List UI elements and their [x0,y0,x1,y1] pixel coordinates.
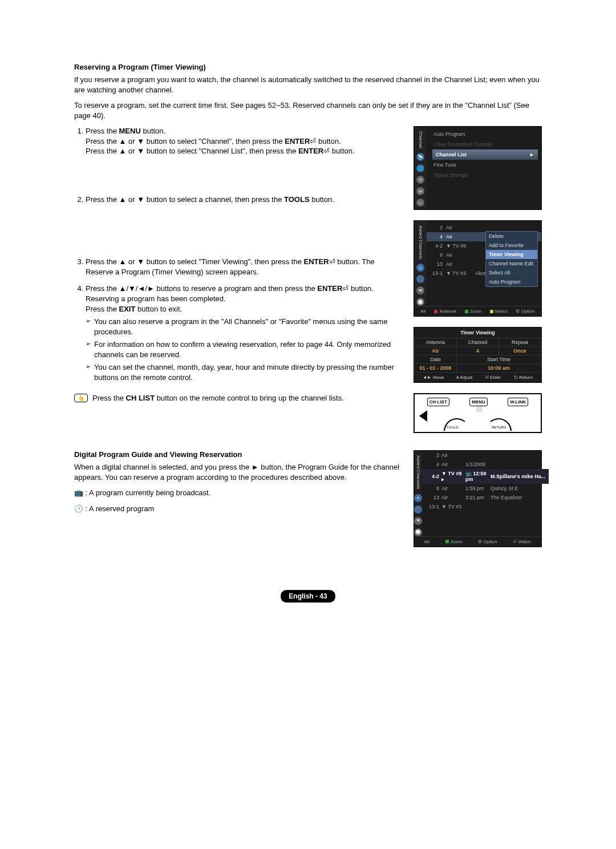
sec2-intro: When a digital channel is selected, and … [74,462,402,482]
osd2-footer: Air Antenna Zoom Select ⚙ Option [414,306,541,316]
gear-icon: ⚙ [416,176,424,184]
programmed-icon[interactable]: 🕒 [414,528,422,536]
remote-return-arc: RETURN [489,416,512,432]
globe-icon: 🌐 [416,164,424,172]
program-guide-panel: Added Channels A ➕ ❤ 🕒 2Air 4Air1/1/2008… [414,450,542,547]
svg-text:TOOLS: TOOLS [447,426,458,429]
remote-tools-arc: TOOLS [443,416,466,432]
guide-row[interactable]: 13-1▼ TV #3 [422,502,549,511]
pointer-icon [419,410,427,422]
favorite-icon[interactable]: ❤ [414,517,422,525]
guide-row[interactable]: 8Air1:59 pmQuincy, M.E [422,484,549,493]
sidebar-label-added2: Added Channels [416,454,421,490]
context-menu: Delete Add to Favorite Timer Viewing Cha… [485,231,538,287]
legend-broadcasting: 📺 : A program currently being broadcast. [74,488,402,498]
note2: For information on how to confirm a view… [94,339,402,359]
note3: You can set the channel, month, day, yea… [94,362,402,382]
guide-row[interactable]: 13Air3:21 pmThe Equalizer [422,493,549,502]
page-number: English - 43 [281,590,335,603]
section1-title: Reserving a Program (Timer Viewing) [74,63,542,71]
remote-wlink-button[interactable]: W.LINK [508,398,528,406]
ctx-select-all[interactable]: Select All [486,268,537,277]
tv-start-time[interactable]: 10:09 am [457,364,541,373]
antenna-icon: 📡 [416,153,424,161]
tv-date[interactable]: 01 - 01 - 2008 [415,364,457,373]
intro2: To reserve a program, set the current ti… [74,100,542,120]
added-icon[interactable]: ➕ [414,506,422,514]
guide-row-selected[interactable]: 4-2▼ TV #8 ▸📺 12:59 pmM.Spillane's mike … [422,469,549,484]
tv-repeat[interactable]: Once [499,347,541,355]
remote-control: CH LIST MENU ⬜ W.LINK TOOLS RETURN [414,393,542,433]
legend-reserved: 🕒 : A reserved program [74,504,402,514]
menu-channel-list[interactable]: Channel List► [432,149,538,160]
tv-antenna[interactable]: Air [415,347,457,355]
section2-title: Digital Program Guide and Viewing Reserv… [74,450,402,459]
step2: Press the ▲ or ▼ button to select a chan… [86,195,402,250]
all-icon[interactable]: A [414,494,422,502]
app-icon: ▭ [416,199,424,207]
menu-fine-tune[interactable]: Fine Tune [432,160,538,170]
channel-list-panel: Added Channels A ➕ ❤ 🕒 2Air 4Air 4-2▼ TV… [414,220,542,317]
tip: Press the CH LIST button on the remote c… [92,394,344,402]
ctx-channel-name-edit[interactable]: Channel Name Edit [486,259,537,268]
arrow-right-icon: ► [529,152,534,157]
ctx-auto-program[interactable]: Auto Program [486,277,537,286]
menu-signal-strength: Signal Strength [432,170,538,180]
timer-viewing-panel: Timer Viewing AntennaChannelRepeat Air4O… [414,327,542,383]
menu-clear-scrambled: Clear Scrambled Channel [432,139,538,149]
input-icon: ⇄ [416,187,424,195]
step4: Press the ▲/▼/◄/► buttons to reserve a p… [86,284,402,382]
menu-auto-program[interactable]: Auto Program [432,129,538,139]
step3: Press the ▲ or ▼ button to select "Timer… [86,257,402,277]
intro1: If you reserve a program you want to wat… [74,75,542,95]
note1: You can also reserve a program in the "A… [94,317,402,337]
step1: Press the MENU button. Press the ▲ or ▼ … [86,126,402,188]
added-icon[interactable]: ➕ [416,275,424,283]
tv-channel[interactable]: 4 [457,347,499,355]
favorite-icon[interactable]: ❤ [416,286,424,294]
osd3-footer: Air Zoom ⚙ Option ⏎ Watch [414,536,541,547]
svg-text:RETURN: RETURN [492,426,506,429]
sidebar-label-channel: Channel [418,130,423,149]
remote-menu-button[interactable]: MENU [469,398,488,406]
ctx-delete[interactable]: Delete [486,232,537,241]
all-icon[interactable]: A [416,264,424,272]
ctx-add-favorite[interactable]: Add to Favorite [486,241,537,250]
ctx-timer-viewing[interactable]: Timer Viewing [486,250,537,259]
tip-icon: 👆 [74,394,88,402]
timer-viewing-title: Timer Viewing [414,328,541,338]
sidebar-label-added: Added Channels [418,224,423,260]
remote-ch-list-button[interactable]: CH LIST [427,398,449,406]
programmed-icon[interactable]: 🕒 [416,298,424,306]
channel-menu: Channel 📡 🌐 ⚙ ⇄ ▭ Auto Program Clear Scr… [414,126,542,210]
